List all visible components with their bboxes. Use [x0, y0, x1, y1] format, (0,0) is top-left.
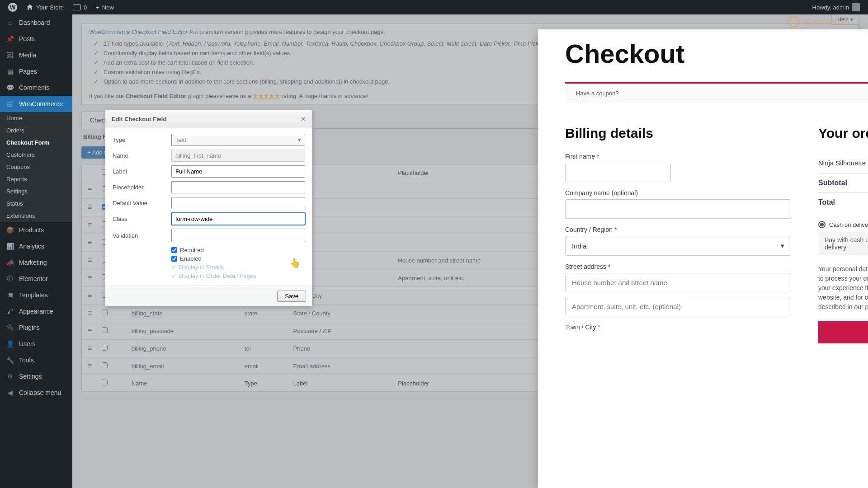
- label-validation: Validation: [113, 232, 171, 239]
- order-title: Your order: [818, 126, 868, 141]
- menu-dashboard[interactable]: ⌂Dashboard: [0, 14, 72, 31]
- check-faded-icon: ✓: [171, 264, 176, 271]
- order-product: Ninja Silhouette: [818, 159, 866, 167]
- menu-analytics[interactable]: 📊Analytics: [0, 238, 72, 254]
- wordpress-icon: W: [8, 3, 17, 12]
- radio-selected-icon[interactable]: [818, 221, 826, 228]
- street-input[interactable]: [565, 273, 791, 292]
- label-type: Type: [113, 136, 171, 143]
- privacy-text: Your personal data will be used to proce…: [818, 264, 868, 312]
- submenu-status[interactable]: Status: [0, 197, 72, 210]
- avatar-icon: [852, 3, 860, 11]
- menu-media[interactable]: 🖼Media: [0, 47, 72, 63]
- street-label: Street address *: [565, 263, 791, 270]
- products-icon: 📦: [5, 225, 14, 235]
- payment-cod: Cash on delivery: [829, 221, 868, 228]
- placeholder-input[interactable]: [171, 181, 305, 193]
- comments-link[interactable]: 0: [68, 0, 91, 14]
- company-label: Company name (optional): [565, 189, 791, 197]
- submenu-coupons[interactable]: Coupons: [0, 161, 72, 173]
- modal-title: Edit Checkout Field: [112, 116, 166, 122]
- order-subtotal: Subtotal: [818, 173, 868, 192]
- place-order-button[interactable]: [818, 321, 868, 343]
- watermark-ring-icon: [788, 16, 800, 28]
- menu-plugins[interactable]: 🔌Plugins: [0, 319, 72, 336]
- menu-templates[interactable]: ▣Templates: [0, 287, 72, 303]
- label-input[interactable]: [171, 165, 305, 178]
- pin-icon: 📌: [5, 34, 14, 43]
- appearance-icon: 🖌: [5, 307, 14, 316]
- name-input: [171, 150, 305, 162]
- templates-icon: ▣: [5, 291, 14, 300]
- media-icon: 🖼: [5, 51, 14, 60]
- menu-elementor[interactable]: ⒺElementor: [0, 271, 72, 287]
- page-icon: ▤: [5, 67, 14, 76]
- collapse-icon: ◀: [5, 388, 14, 397]
- users-icon: 👤: [5, 339, 14, 348]
- menu-marketing[interactable]: 📣Marketing: [0, 254, 72, 271]
- submenu-reports[interactable]: Reports: [0, 173, 72, 185]
- menu-tools[interactable]: 🔧Tools: [0, 352, 72, 368]
- label-name: Name: [113, 152, 171, 159]
- checkout-preview: Checkout Have a coupon? Billing details …: [538, 29, 868, 488]
- submenu-customers[interactable]: Customers: [0, 149, 72, 161]
- home-icon: [26, 4, 33, 11]
- label-class: Class: [113, 216, 171, 222]
- billing-title: Billing details: [565, 126, 791, 141]
- admin-bar: W Your Store 0 +New Howdy, admin: [0, 0, 868, 14]
- plugins-icon: 🔌: [5, 323, 14, 332]
- label-label: Label: [113, 168, 171, 175]
- plus-icon: +: [96, 4, 99, 11]
- menu-woocommerce[interactable]: 🛒WooCommerce: [0, 96, 72, 112]
- dashboard-icon: ⌂: [5, 18, 14, 27]
- submenu-orders[interactable]: Orders: [0, 124, 72, 136]
- label-default: Default Value: [113, 200, 171, 206]
- order-total: Total: [818, 192, 868, 212]
- apartment-input[interactable]: [565, 297, 791, 316]
- default-input[interactable]: [171, 197, 305, 209]
- submenu-checkout-form[interactable]: Checkout Form: [0, 136, 72, 149]
- comment-icon: [73, 4, 81, 10]
- menu-posts[interactable]: 📌Posts: [0, 31, 72, 47]
- enabled-checkbox[interactable]: [171, 256, 177, 262]
- close-icon[interactable]: ✕: [300, 115, 306, 123]
- menu-appearance[interactable]: 🖌Appearance: [0, 303, 72, 319]
- town-label: Town / City *: [565, 324, 791, 331]
- analytics-icon: 📊: [5, 242, 14, 251]
- validation-input[interactable]: [171, 229, 305, 242]
- first-name-input[interactable]: [565, 163, 671, 182]
- settings-icon: ⚙: [5, 372, 14, 381]
- woocommerce-icon: 🛒: [5, 99, 14, 108]
- tools-icon: 🔧: [5, 356, 14, 365]
- menu-pages[interactable]: ▤Pages: [0, 63, 72, 80]
- save-button[interactable]: Save: [277, 291, 306, 302]
- menu-collapse[interactable]: ◀Collapse menu: [0, 385, 72, 401]
- type-select[interactable]: Text▾: [171, 134, 305, 146]
- user-menu[interactable]: Howdy, admin: [808, 0, 864, 14]
- first-name-label: First name *: [565, 153, 791, 160]
- elementor-icon: Ⓔ: [5, 274, 14, 283]
- chevron-down-icon: ▾: [781, 242, 784, 250]
- class-input[interactable]: [171, 213, 305, 225]
- new-link[interactable]: +New: [91, 0, 118, 14]
- menu-comments[interactable]: 💬Comments: [0, 80, 72, 96]
- submenu-settings[interactable]: Settings: [0, 185, 72, 197]
- coupon-bar[interactable]: Have a coupon?: [565, 82, 868, 103]
- label-placeholder: Placeholder: [113, 184, 171, 191]
- site-link[interactable]: Your Store: [22, 0, 68, 14]
- country-select[interactable]: India▾: [565, 236, 791, 256]
- menu-users[interactable]: 👤Users: [0, 336, 72, 352]
- wp-logo[interactable]: W: [4, 0, 22, 14]
- submenu-woocommerce: Home Orders Checkout Form Customers Coup…: [0, 112, 72, 222]
- menu-products[interactable]: 📦Products: [0, 222, 72, 238]
- edit-field-modal: Edit Checkout Field ✕ TypeText▾ Name Lab…: [105, 110, 313, 307]
- required-checkbox[interactable]: [171, 247, 177, 253]
- menu-settings[interactable]: ⚙Settings: [0, 368, 72, 385]
- submenu-home[interactable]: Home: [0, 112, 72, 124]
- check-faded-icon: ✓: [171, 272, 176, 279]
- country-label: Country / Region *: [565, 226, 791, 233]
- watermark: learnwoo: [788, 15, 850, 28]
- company-input[interactable]: [565, 199, 791, 219]
- payment-description: Pay with cash upon delivery.: [818, 232, 868, 255]
- submenu-extensions[interactable]: Extensions: [0, 210, 72, 222]
